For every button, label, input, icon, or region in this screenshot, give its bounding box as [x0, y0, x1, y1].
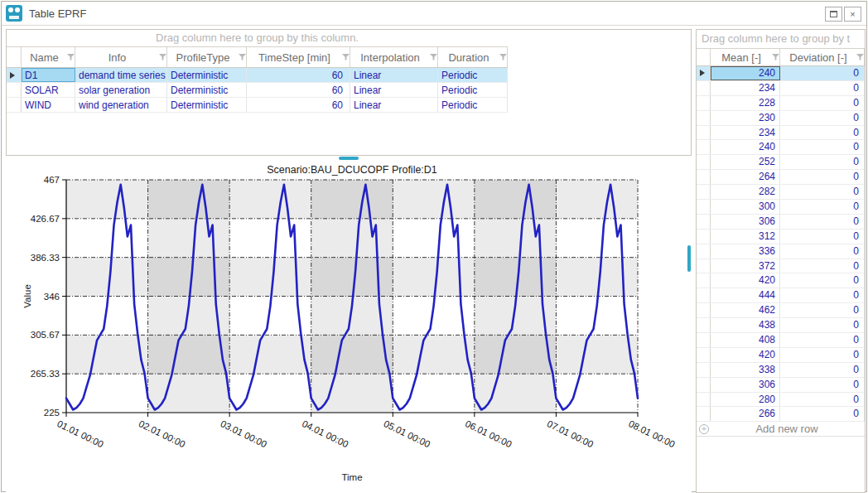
cell-name[interactable]: SOLAR — [22, 83, 75, 97]
row-selector-cell[interactable] — [697, 215, 711, 229]
cell-deviation[interactable]: 0 — [780, 140, 865, 154]
cell-duration[interactable]: Periodic — [438, 68, 508, 82]
cell-duration[interactable]: Periodic — [438, 98, 508, 112]
column-header-mean-[interactable]: Mean [-] — [711, 49, 780, 65]
row-selector-cell[interactable] — [697, 348, 711, 362]
value-row[interactable]: 2300 — [697, 111, 865, 126]
row-selector-cell[interactable] — [697, 230, 711, 244]
cell-deviation[interactable]: 0 — [780, 111, 865, 125]
value-row[interactable]: 3000 — [697, 200, 865, 215]
value-row[interactable]: 2820 — [697, 185, 865, 200]
value-row[interactable]: 2340 — [697, 126, 865, 141]
column-header-info[interactable]: Info — [75, 47, 167, 67]
cell-info[interactable]: demand time series — [75, 68, 167, 82]
values-group-by-bar[interactable]: Drag column here to group by t — [697, 30, 865, 48]
cell-mean[interactable]: 230 — [711, 111, 780, 125]
cell-mean[interactable]: 300 — [711, 200, 780, 214]
filter-funnel-icon[interactable] — [856, 54, 864, 60]
cell-mean[interactable]: 336 — [711, 244, 780, 259]
row-selector-cell[interactable] — [697, 200, 711, 214]
row-selector-cell[interactable] — [697, 111, 711, 125]
cell-deviation[interactable]: 0 — [780, 303, 865, 317]
value-row[interactable]: 3120 — [697, 230, 865, 244]
cell-profiletype[interactable]: Deterministic — [167, 68, 247, 82]
cell-deviation[interactable]: 0 — [780, 126, 865, 140]
row-selector-cell[interactable] — [697, 185, 711, 199]
row-selector-cell[interactable] — [697, 81, 711, 95]
value-row[interactable]: 2520 — [697, 155, 865, 170]
cell-interpolation[interactable]: Linear — [350, 83, 438, 97]
cell-deviation[interactable]: 0 — [780, 81, 865, 95]
row-selector-cell[interactable] — [697, 318, 711, 332]
row-selector-cell[interactable] — [697, 363, 711, 377]
value-row[interactable]: 2280 — [697, 96, 865, 111]
row-selector-cell[interactable] — [697, 273, 711, 288]
cell-mean[interactable]: 234 — [711, 126, 780, 140]
profile-row[interactable]: WINDwind generationDeterministic60Linear… — [7, 98, 508, 113]
cell-timestep[interactable]: 60 — [247, 68, 350, 82]
cell-deviation[interactable]: 0 — [780, 155, 865, 169]
cell-interpolation[interactable]: Linear — [350, 68, 438, 82]
value-row[interactable]: 4080 — [697, 333, 865, 348]
row-selector-cell[interactable] — [697, 333, 711, 347]
cell-mean[interactable]: 312 — [711, 230, 780, 244]
cell-mean[interactable]: 280 — [711, 393, 780, 407]
cell-mean[interactable]: 372 — [711, 259, 780, 273]
row-selector-cell[interactable] — [7, 98, 22, 112]
value-row[interactable]: 2340 — [697, 81, 865, 96]
cell-mean[interactable]: 282 — [711, 185, 780, 199]
cell-deviation[interactable]: 0 — [780, 333, 865, 347]
profiles-group-by-bar[interactable]: Drag column here to group by this column… — [7, 30, 508, 46]
cell-deviation[interactable]: 0 — [780, 215, 865, 229]
value-row[interactable]: 2800 — [697, 393, 865, 408]
cell-mean[interactable]: 252 — [711, 155, 780, 169]
filter-funnel-icon[interactable] — [67, 54, 75, 60]
row-selector-cell[interactable] — [697, 244, 711, 259]
profile-row[interactable]: D1demand time seriesDeterministic60Linea… — [7, 68, 508, 83]
column-header-deviation-[interactable]: Deviation [-] — [780, 49, 865, 65]
cell-mean[interactable]: 234 — [711, 81, 780, 95]
cell-deviation[interactable]: 0 — [780, 348, 865, 362]
cell-mean[interactable]: 338 — [711, 363, 780, 377]
filter-funnel-icon[interactable] — [342, 54, 350, 60]
cell-mean[interactable]: 408 — [711, 333, 780, 347]
cell-info[interactable]: wind generation — [75, 98, 167, 112]
cell-mean[interactable]: 444 — [711, 288, 780, 302]
close-button[interactable]: × — [844, 7, 861, 22]
cell-deviation[interactable]: 0 — [780, 378, 865, 392]
filter-funnel-icon[interactable] — [772, 54, 779, 60]
cell-mean[interactable]: 240 — [711, 140, 780, 154]
column-header-duration[interactable]: Duration — [438, 47, 508, 67]
cell-deviation[interactable]: 0 — [780, 200, 865, 214]
cell-mean[interactable]: 228 — [711, 96, 780, 110]
cell-deviation[interactable]: 0 — [780, 230, 865, 244]
cell-interpolation[interactable]: Linear — [350, 98, 438, 112]
value-row[interactable]: 3060 — [697, 215, 865, 230]
cell-info[interactable]: solar generation — [75, 83, 167, 97]
row-selector-cell[interactable] — [697, 288, 711, 302]
cell-deviation[interactable]: 0 — [780, 244, 865, 259]
filter-funnel-icon[interactable] — [430, 54, 437, 60]
cell-mean[interactable]: 420 — [711, 273, 780, 288]
cell-mean[interactable]: 306 — [711, 215, 780, 229]
cell-mean[interactable]: 306 — [711, 378, 780, 392]
row-selector-cell[interactable] — [697, 259, 711, 273]
value-row[interactable]: 4440 — [697, 288, 865, 303]
cell-deviation[interactable]: 0 — [780, 170, 865, 184]
row-selector-cell[interactable] — [7, 83, 22, 97]
filter-funnel-icon[interactable] — [239, 54, 246, 60]
row-selector-cell[interactable] — [697, 140, 711, 154]
filter-funnel-icon[interactable] — [499, 54, 507, 60]
cell-mean[interactable]: 264 — [711, 170, 780, 184]
value-row[interactable]: 2640 — [697, 170, 865, 185]
vertical-splitter[interactable] — [687, 245, 692, 272]
cell-deviation[interactable]: 0 — [780, 259, 865, 273]
cell-deviation[interactable]: 0 — [780, 66, 865, 80]
cell-name[interactable]: WIND — [22, 98, 75, 112]
value-row[interactable]: 3060 — [697, 378, 865, 393]
row-selector-cell[interactable] — [697, 170, 711, 184]
cell-name[interactable]: D1 — [22, 68, 75, 82]
cell-mean[interactable]: 462 — [711, 303, 780, 317]
cell-deviation[interactable]: 0 — [780, 363, 865, 377]
profile-row[interactable]: SOLARsolar generationDeterministic60Line… — [7, 83, 508, 98]
